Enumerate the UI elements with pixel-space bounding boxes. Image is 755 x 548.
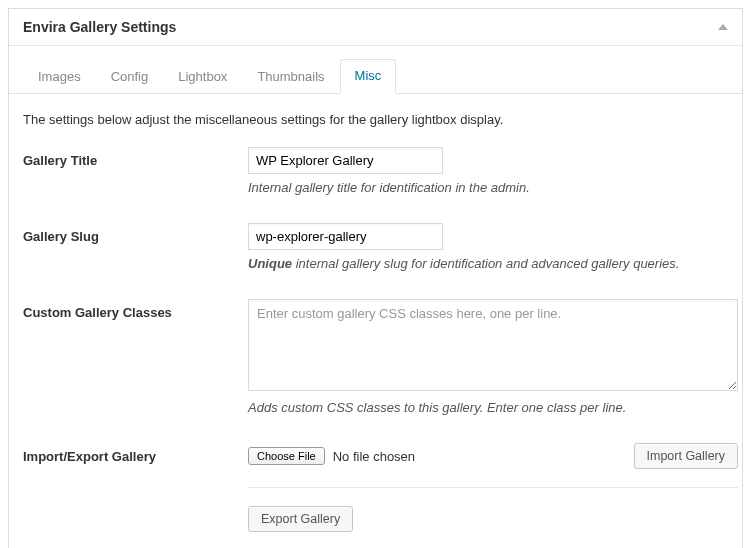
help-gallery-slug: Unique internal gallery slug for identif… (248, 256, 728, 271)
tab-thumbnails[interactable]: Thumbnails (242, 60, 339, 94)
export-gallery-button[interactable]: Export Gallery (248, 506, 353, 532)
help-gallery-classes: Adds custom CSS classes to this gallery.… (248, 400, 738, 415)
file-status: No file chosen (333, 449, 415, 464)
choose-file-button[interactable]: Choose File (248, 447, 325, 465)
label-gallery-slug: Gallery Slug (23, 223, 248, 244)
help-slug-rest: internal gallery slug for identification… (292, 256, 679, 271)
field-import-export: Choose File No file chosen Import Galler… (248, 443, 738, 532)
import-gallery-button[interactable]: Import Gallery (634, 443, 739, 469)
input-gallery-slug[interactable] (248, 223, 443, 250)
panel-body: The settings below adjust the miscellane… (9, 94, 742, 548)
input-gallery-title[interactable] (248, 147, 443, 174)
tab-config[interactable]: Config (96, 60, 164, 94)
help-slug-strong: Unique (248, 256, 292, 271)
tab-lightbox[interactable]: Lightbox (163, 60, 242, 94)
settings-panel: Envira Gallery Settings Images Config Li… (8, 8, 743, 548)
intro-text: The settings below adjust the miscellane… (23, 112, 728, 127)
row-gallery-slug: Gallery Slug Unique internal gallery slu… (23, 223, 728, 293)
row-gallery-classes: Custom Gallery Classes Adds custom CSS c… (23, 299, 728, 437)
tabs: Images Config Lightbox Thumbnails Misc (9, 46, 742, 94)
collapse-icon[interactable] (718, 24, 728, 30)
panel-title: Envira Gallery Settings (23, 19, 176, 35)
textarea-gallery-classes[interactable] (248, 299, 738, 391)
label-gallery-title: Gallery Title (23, 147, 248, 168)
row-import-export: Import/Export Gallery Choose File No fil… (23, 443, 728, 532)
panel-header[interactable]: Envira Gallery Settings (9, 9, 742, 46)
import-row: Choose File No file chosen Import Galler… (248, 443, 738, 488)
field-gallery-slug: Unique internal gallery slug for identif… (248, 223, 728, 293)
tab-misc[interactable]: Misc (340, 59, 397, 94)
label-gallery-classes: Custom Gallery Classes (23, 299, 248, 320)
field-gallery-title: Internal gallery title for identificatio… (248, 147, 728, 217)
row-gallery-title: Gallery Title Internal gallery title for… (23, 147, 728, 217)
field-gallery-classes: Adds custom CSS classes to this gallery.… (248, 299, 738, 437)
help-gallery-title: Internal gallery title for identificatio… (248, 180, 728, 195)
tab-images[interactable]: Images (23, 60, 96, 94)
label-import-export: Import/Export Gallery (23, 443, 248, 464)
